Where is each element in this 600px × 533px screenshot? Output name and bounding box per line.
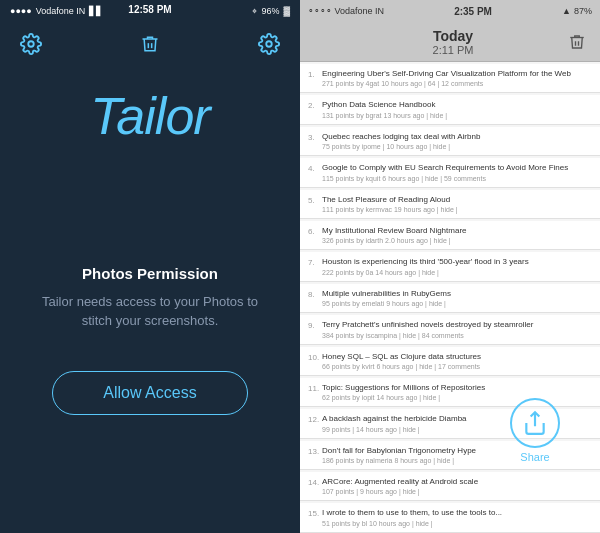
list-headline: The Lost Pleasure of Reading Aloud xyxy=(322,195,592,205)
list-rank: 6. xyxy=(308,226,322,244)
list-item[interactable]: 5. The Lost Pleasure of Reading Aloud 11… xyxy=(300,190,600,219)
list-rank: 10. xyxy=(308,352,322,370)
permission-title: Photos Permission xyxy=(82,265,218,282)
time-left: 12:58 PM xyxy=(128,4,171,15)
svg-point-0 xyxy=(28,41,34,47)
list-item[interactable]: 9. Terry Pratchett's unfinished novels d… xyxy=(300,315,600,344)
list-meta: 95 points by emelati 9 hours ago | hide … xyxy=(322,300,592,307)
list-headline: I wrote to them to use to them, to use t… xyxy=(322,508,592,518)
list-headline: Python Data Science Handbook xyxy=(322,100,592,110)
list-headline: Google to Comply with EU Search Requirem… xyxy=(322,163,592,173)
list-item[interactable]: 6. My Institutional Review Board Nightma… xyxy=(300,221,600,250)
header-title-area: Today 2:11 PM xyxy=(433,28,474,56)
list-rank: 9. xyxy=(308,320,322,338)
carrier-name-left: Vodafone IN xyxy=(36,6,86,16)
list-headline: Multiple vulnerabilities in RubyGems xyxy=(322,289,592,299)
header-time: 2:11 PM xyxy=(433,44,474,56)
list-text: ARCore: Augmented reality at Android sca… xyxy=(322,477,592,495)
list-meta: 75 points by ipome | 10 hours ago | hide… xyxy=(322,143,592,150)
battery-icon-right: 87% xyxy=(574,6,592,16)
list-item[interactable]: 8. Multiple vulnerabilities in RubyGems … xyxy=(300,284,600,313)
list-text: Terry Pratchett's unfinished novels dest… xyxy=(322,320,592,338)
list-item[interactable]: 10. Honey SQL – SQL as Clojure data stru… xyxy=(300,347,600,376)
list-rank: 14. xyxy=(308,477,322,495)
list-rank: 12. xyxy=(308,414,322,432)
toolbar-right: Today 2:11 PM xyxy=(300,22,600,62)
list-text: Engineering Uber's Self-Driving Car Visu… xyxy=(322,69,592,87)
gear-icon-left[interactable] xyxy=(20,33,42,55)
header-date: Today xyxy=(433,28,474,44)
list-meta: 111 points by kermvac 19 hours ago | hid… xyxy=(322,206,592,213)
signal-dots-left: ●●●● xyxy=(10,6,32,16)
list-item[interactable]: 7. Houston is experiencing its third '50… xyxy=(300,252,600,281)
list-text: Honey SQL – SQL as Clojure data structur… xyxy=(322,352,592,370)
left-content: Photos Permission Tailor needs access to… xyxy=(0,146,300,533)
list-item[interactable]: 3. Quebec reaches lodging tax deal with … xyxy=(300,127,600,156)
list-rank: 2. xyxy=(308,100,322,118)
list-headline: Quebec reaches lodging tax deal with Air… xyxy=(322,132,592,142)
permission-description: Tailor needs access to your Photos to st… xyxy=(40,292,260,331)
signal-bars-left: ▋▋ xyxy=(89,6,103,16)
list-text: I wrote to them to use to them, to use t… xyxy=(322,508,592,526)
list-meta: 115 points by kquit 6 hours ago | hide |… xyxy=(322,175,592,182)
list-meta: 326 points by idarth 2.0 hours ago | hid… xyxy=(322,237,592,244)
location-icon: ⌖ xyxy=(252,6,257,17)
toolbar-left xyxy=(0,22,300,66)
list-headline: Topic: Suggestions for Millions of Repos… xyxy=(322,383,592,393)
battery-icon-left: ▓ xyxy=(283,6,290,16)
list-rank: 7. xyxy=(308,257,322,275)
app-title: Tailor xyxy=(0,86,300,146)
list-text: Multiple vulnerabilities in RubyGems 95 … xyxy=(322,289,592,307)
list-meta: 107 points | 9 hours ago | hide | xyxy=(322,488,592,495)
list-rank: 8. xyxy=(308,289,322,307)
list-rank: 3. xyxy=(308,132,322,150)
list-text: Python Data Science Handbook 131 points … xyxy=(322,100,592,118)
list-text: Quebec reaches lodging tax deal with Air… xyxy=(322,132,592,150)
list-meta: 66 points by kvirt 6 hours ago | hide | … xyxy=(322,363,592,370)
list-meta: 271 points by 4gat 10 hours ago | 64 | 1… xyxy=(322,80,592,87)
list-item[interactable]: 2. Python Data Science Handbook 131 poin… xyxy=(300,95,600,124)
list-item[interactable]: 1. Engineering Uber's Self-Driving Car V… xyxy=(300,64,600,93)
share-button[interactable] xyxy=(510,398,560,448)
list-item[interactable]: 15. I wrote to them to use to them, to u… xyxy=(300,503,600,532)
list-headline: ARCore: Augmented reality at Android sca… xyxy=(322,477,592,487)
allow-access-button[interactable]: Allow Access xyxy=(52,371,247,415)
list-item[interactable]: 14. ARCore: Augmented reality at Android… xyxy=(300,472,600,501)
trash-icon-right[interactable] xyxy=(568,32,586,52)
list-meta: 51 points by bl 10 hours ago | hide | xyxy=(322,520,592,527)
list-meta: 222 points by 0a 14 hours ago | hide | xyxy=(322,269,592,276)
list-headline: Houston is experiencing its third '500-y… xyxy=(322,257,592,267)
list-headline: Honey SQL – SQL as Clojure data structur… xyxy=(322,352,592,362)
list-item[interactable]: 4. Google to Comply with EU Search Requi… xyxy=(300,158,600,187)
list-meta: 384 points by iscampina | hide | 84 comm… xyxy=(322,332,592,339)
status-icons-right: ▲ 87% xyxy=(562,6,592,16)
list-text: Houston is experiencing its third '500-y… xyxy=(322,257,592,275)
carrier-left: ●●●● Vodafone IN ▋▋ xyxy=(10,6,103,16)
list-text: My Institutional Review Board Nightmare … xyxy=(322,226,592,244)
list-headline: Engineering Uber's Self-Driving Car Visu… xyxy=(322,69,592,79)
wifi-icon-right: ▲ xyxy=(562,6,571,16)
list-text: Google to Comply with EU Search Requirem… xyxy=(322,163,592,181)
list-rank: 4. xyxy=(308,163,322,181)
list-headline: Terry Pratchett's unfinished novels dest… xyxy=(322,320,592,330)
list-meta: 131 points by bgrat 13 hours ago | hide … xyxy=(322,112,592,119)
right-panel: ∘∘∘∘ Vodafone IN 2:35 PM ▲ 87% Today 2:1… xyxy=(300,0,600,533)
time-right: 2:35 PM xyxy=(454,6,492,17)
status-bar-left: ●●●● Vodafone IN ▋▋ 12:58 PM ⌖ 96% ▓ xyxy=(0,0,300,22)
svg-point-1 xyxy=(266,41,272,47)
share-label: Share xyxy=(520,451,549,463)
trash-icon-left[interactable] xyxy=(140,33,160,55)
left-panel: ●●●● Vodafone IN ▋▋ 12:58 PM ⌖ 96% ▓ Ta xyxy=(0,0,300,533)
status-bar-right: ∘∘∘∘ Vodafone IN 2:35 PM ▲ 87% xyxy=(300,0,600,22)
list-rank: 15. xyxy=(308,508,322,526)
battery-area-left: ⌖ 96% ▓ xyxy=(252,6,290,17)
list-text: The Lost Pleasure of Reading Aloud 111 p… xyxy=(322,195,592,213)
list-rank: 1. xyxy=(308,69,322,87)
list-rank: 5. xyxy=(308,195,322,213)
carrier-right: ∘∘∘∘ Vodafone IN xyxy=(308,6,384,16)
list-rank: 13. xyxy=(308,446,322,464)
share-overlay: Share xyxy=(490,398,590,463)
gear-icon-right-left[interactable] xyxy=(258,33,280,55)
battery-left: 96% xyxy=(261,6,279,16)
list-headline: My Institutional Review Board Nightmare xyxy=(322,226,592,236)
